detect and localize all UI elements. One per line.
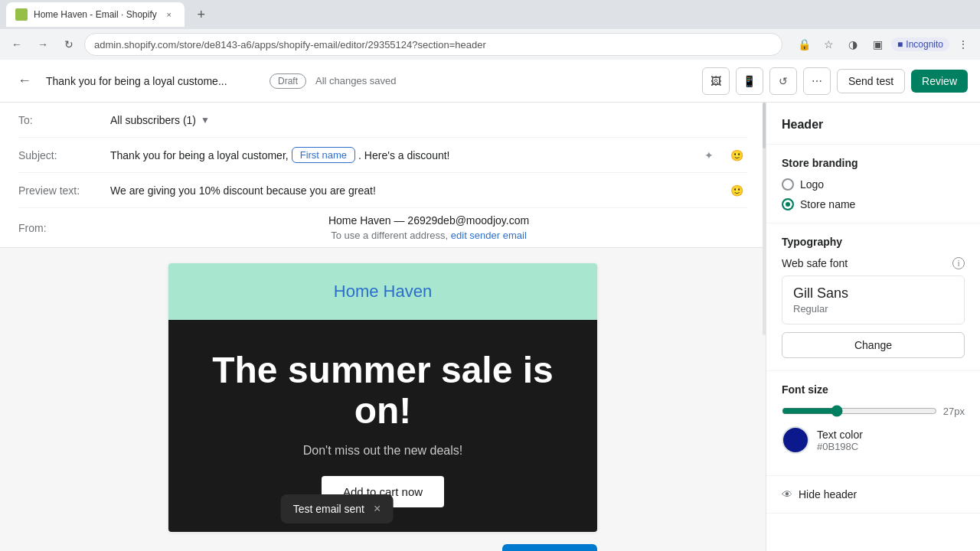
back-to-email-button[interactable]: ← — [12, 69, 37, 93]
svg-rect-0 — [18, 11, 25, 18]
toast-message: Test email sent — [293, 503, 364, 515]
draft-badge: Draft — [270, 73, 306, 89]
subject-actions: ✦ 🙂 — [698, 145, 747, 166]
from-field-row: From: Home Haven — 26929deb@moodjoy.com … — [18, 208, 747, 247]
subject-suffix: . Here's a discount! — [358, 149, 449, 161]
browser-tab[interactable]: Home Haven - Email · Shopify × — [6, 2, 185, 27]
web-safe-font-label: Web safe font — [782, 257, 848, 269]
desktop-view-btn[interactable]: 🖼 — [702, 67, 730, 95]
email-fields: To: All subscribers (1) ▼ Subject: Thank… — [0, 103, 766, 248]
hide-header-section: 👁 Hide header — [766, 476, 980, 514]
hide-header-toggle[interactable]: 👁 Hide header — [782, 488, 965, 500]
text-color-row: Text color #0B198C — [782, 426, 965, 454]
extensions-btn[interactable]: ▣ — [867, 34, 888, 55]
forward-btn[interactable]: → — [32, 34, 54, 55]
browser-chrome: Home Haven - Email · Shopify × + — [0, 0, 980, 29]
to-field-row: To: All subscribers (1) ▼ — [18, 103, 747, 138]
refresh-btn[interactable]: ↻ — [58, 34, 80, 55]
web-safe-font-row: Web safe font i — [782, 257, 965, 269]
saved-status: All changes saved — [315, 75, 397, 86]
font-size-section: Font size 27px Text color #0B198C — [766, 371, 980, 476]
store-branding-section: Store branding Logo Store name — [766, 145, 980, 223]
to-label: To: — [18, 114, 110, 126]
store-name-radio-item[interactable]: Store name — [782, 198, 965, 210]
typography-title: Typography — [782, 236, 965, 248]
from-value: Home Haven — 26929deb@moodjoy.com To use… — [110, 214, 747, 241]
from-address: Home Haven — 26929deb@moodjoy.com — [328, 214, 529, 227]
preview-text-emoji-btn[interactable]: 🙂 — [726, 180, 747, 201]
more-btn[interactable]: ⋮ — [952, 34, 974, 55]
app-header: ← Thank you for being a loyal custome...… — [0, 60, 980, 103]
preview-text: We are giving you 10% discount because y… — [110, 184, 376, 197]
incognito-badge: ■ Incognito — [891, 37, 949, 51]
preview-text-row: Preview text: We are giving you 10% disc… — [18, 173, 747, 208]
logo-radio[interactable] — [782, 178, 794, 191]
tab-title: Home Haven - Email · Shopify — [34, 9, 157, 20]
add-section-button[interactable]: + Add section — [502, 544, 597, 551]
logo-radio-item[interactable]: Logo — [782, 178, 965, 191]
branding-radio-group: Logo Store name — [782, 178, 965, 210]
logo-label: Logo — [800, 178, 824, 191]
toast-notification: Test email sent × — [281, 494, 394, 523]
subject-personalize-btn[interactable]: ✦ — [698, 145, 720, 166]
back-btn[interactable]: ← — [6, 34, 28, 55]
review-button[interactable]: Review — [911, 70, 968, 93]
subject-label: Subject: — [18, 149, 110, 161]
typography-section: Typography Web safe font i Gill Sans Reg… — [766, 223, 980, 371]
hide-header-label: Hide header — [799, 488, 857, 500]
info-icon[interactable]: i — [952, 257, 965, 269]
url-text: admin.shopify.com/store/de8143-a6/apps/s… — [94, 39, 486, 51]
tab-favicon — [15, 8, 28, 21]
preview-text-value[interactable]: We are giving you 10% discount because y… — [110, 184, 726, 197]
browser-actions: 🔒 ☆ ◑ ▣ ■ Incognito ⋮ — [793, 34, 974, 55]
incognito-label: Incognito — [906, 39, 943, 50]
add-section-area: + Add section — [168, 532, 597, 551]
bookmark-btn[interactable]: ☆ — [818, 34, 839, 55]
more-options-btn[interactable]: ⋯ — [803, 67, 831, 95]
email-preview: Home Haven The summer sale is on! Don't … — [168, 263, 597, 532]
subject-value[interactable]: Thank you for being a loyal customer, Fi… — [110, 147, 698, 163]
email-editor: To: All subscribers (1) ▼ Subject: Thank… — [0, 103, 766, 551]
from-label: From: — [18, 222, 110, 234]
eye-icon: 👁 — [782, 488, 792, 500]
mobile-view-btn[interactable]: 📱 — [736, 67, 763, 95]
font-display: Gill Sans Regular — [782, 276, 965, 324]
preview-text-label: Preview text: — [18, 184, 110, 197]
text-color-swatch[interactable] — [782, 426, 809, 454]
store-name-radio[interactable] — [782, 198, 794, 210]
send-test-button[interactable]: Send test — [837, 69, 905, 93]
chevron-down-icon: ▼ — [201, 115, 210, 126]
font-size-value: 27px — [943, 406, 965, 417]
toast-close-button[interactable]: × — [374, 502, 381, 516]
address-bar[interactable]: admin.shopify.com/store/de8143-a6/apps/s… — [84, 33, 782, 56]
email-hero-title: The summer sale is on! — [187, 350, 579, 432]
right-panel: Header Store branding Logo Store name Ty… — [766, 103, 980, 551]
email-hero-subtitle: Don't miss out the new deals! — [187, 444, 579, 458]
subject-field-row: Subject: Thank you for being a loyal cus… — [18, 138, 747, 173]
profile-btn[interactable]: ◑ — [842, 34, 864, 55]
undo-btn[interactable]: ↺ — [769, 67, 797, 95]
font-style: Regular — [793, 303, 953, 315]
from-edit-text: To use a different address, edit sender … — [331, 230, 527, 241]
font-size-slider[interactable] — [782, 405, 937, 417]
email-header-section[interactable]: Home Haven — [168, 263, 597, 320]
extension-btn[interactable]: 🔒 — [793, 34, 815, 55]
email-title: Thank you for being a loyal custome... — [46, 75, 260, 87]
preview-text-actions: 🙂 — [726, 180, 747, 201]
store-name-label: Store name — [800, 198, 855, 210]
new-tab-button[interactable]: + — [191, 4, 212, 25]
subscribers-text: All subscribers (1) — [110, 114, 196, 126]
subscribers-select[interactable]: All subscribers (1) ▼ — [110, 114, 210, 126]
panel-title: Header — [766, 103, 980, 145]
subject-prefix: Thank you for being a loyal customer, — [110, 149, 289, 161]
store-branding-title: Store branding — [782, 157, 965, 169]
change-font-button[interactable]: Change — [782, 332, 965, 358]
first-name-tag[interactable]: First name — [292, 147, 355, 163]
header-actions: 🖼 📱 ↺ ⋯ Send test Review — [702, 67, 968, 95]
to-value: All subscribers (1) ▼ — [110, 114, 747, 126]
subject-emoji-btn[interactable]: 🙂 — [726, 145, 747, 166]
tab-close-btn[interactable]: × — [163, 8, 175, 21]
font-name: Gill Sans — [793, 285, 953, 302]
text-color-hex: #0B198C — [817, 441, 863, 452]
edit-sender-email-link[interactable]: edit sender email — [451, 230, 527, 241]
